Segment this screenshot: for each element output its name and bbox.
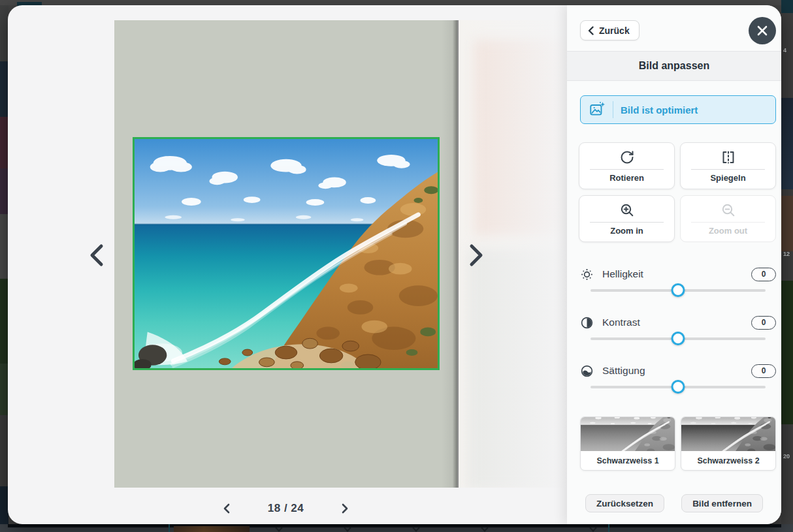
mirror-button[interactable]: Spiegeln xyxy=(680,142,776,189)
chevron-left-icon xyxy=(588,26,594,35)
filter-schwarzweiss-2[interactable]: Schwarzweiss 2 xyxy=(681,416,776,471)
filter-thumbnail xyxy=(581,417,675,451)
filter-previews: Schwarzweiss 1 S xyxy=(580,416,776,471)
panel-title: Bild anpassen xyxy=(567,51,781,81)
brightness-slider-thumb[interactable] xyxy=(672,283,685,297)
contrast-slider[interactable] xyxy=(591,337,766,340)
brightness-value: 0 xyxy=(751,268,776,281)
underlying-top-bar xyxy=(0,0,793,5)
remove-image-button[interactable]: Bild entfernen xyxy=(681,494,763,512)
modal-bottom-shadow xyxy=(8,524,781,527)
rotate-icon xyxy=(619,149,635,165)
saturation-value: 0 xyxy=(751,364,776,378)
saturation-icon xyxy=(580,364,594,378)
divider xyxy=(691,222,765,223)
chevron-left-icon xyxy=(86,243,107,268)
faded-photo-bottom xyxy=(468,249,570,488)
contrast-label: Kontrast xyxy=(602,317,640,328)
image-optimized-icon xyxy=(589,101,606,118)
saturation-slider-thumb[interactable] xyxy=(672,380,685,394)
zoom-out-icon xyxy=(720,202,736,218)
underlying-page-number: 12 xyxy=(783,251,790,257)
brightness-icon xyxy=(580,268,594,281)
filter-label: Schwarzweiss 2 xyxy=(681,451,775,470)
page-navigation: 18 / 24 xyxy=(114,493,457,524)
underlying-page-number: 20 xyxy=(783,453,790,460)
contrast-slider-thumb[interactable] xyxy=(672,332,685,345)
mirror-icon xyxy=(720,149,736,165)
filter-thumbnail xyxy=(681,417,775,451)
contrast-icon xyxy=(580,316,594,330)
divider xyxy=(590,222,664,223)
zoom-in-icon xyxy=(619,202,635,218)
saturation-label: Sättigung xyxy=(602,365,645,377)
back-button[interactable]: Zurück xyxy=(580,20,639,40)
previous-page-button[interactable] xyxy=(222,503,231,514)
brightness-label: Helligkeit xyxy=(602,268,643,280)
tool-label: Spiegeln xyxy=(710,173,745,183)
divider xyxy=(691,169,765,170)
close-icon xyxy=(756,25,768,37)
saturation-row: Sättigung 0 xyxy=(580,363,776,379)
zoom-out-button[interactable]: Zoom out xyxy=(680,195,776,242)
chevron-right-icon xyxy=(466,243,487,268)
next-spread-button[interactable] xyxy=(466,243,487,268)
tool-buttons: Rotieren Spiegeln Zoom in xyxy=(579,142,776,242)
zoom-in-button[interactable]: Zoom in xyxy=(579,195,675,242)
saturation-slider[interactable] xyxy=(591,386,766,388)
underlying-page-list: 4 12 20 xyxy=(781,0,793,532)
page-indicator: 18 / 24 xyxy=(268,502,304,515)
underlying-toolbar-separator xyxy=(169,524,170,532)
divider xyxy=(590,169,664,170)
banner-label: Bild ist optimiert xyxy=(621,104,698,116)
panel-footer: Zurücksetzen Bild entfernen xyxy=(567,488,781,519)
rotate-button[interactable]: Rotieren xyxy=(579,142,675,189)
image-edit-modal: 18 / 24 Zurück Bild anpassen Bild i xyxy=(8,5,781,524)
reset-button[interactable]: Zurücksetzen xyxy=(585,494,664,512)
banner-divider xyxy=(613,101,613,118)
contrast-row: Kontrast 0 xyxy=(580,315,776,330)
underlying-toolbar-separator xyxy=(608,524,609,532)
underlying-page-number: 4 xyxy=(783,47,786,54)
close-button[interactable] xyxy=(749,17,776,44)
brightness-slider[interactable] xyxy=(591,289,766,292)
tool-label: Zoom in xyxy=(610,226,643,236)
next-page-button[interactable] xyxy=(340,503,349,514)
selected-photo[interactable] xyxy=(133,137,440,370)
contrast-value: 0 xyxy=(751,316,776,330)
underlying-photo-fragment xyxy=(174,526,250,532)
tool-label: Zoom out xyxy=(709,226,747,236)
faded-photo-top xyxy=(474,40,570,236)
brightness-row: Helligkeit 0 xyxy=(580,266,776,282)
image-adjust-panel: Zurück Bild anpassen Bild ist optimiert xyxy=(567,5,781,524)
filter-label: Schwarzweiss 1 xyxy=(581,451,675,470)
previous-spread-button[interactable] xyxy=(86,243,107,268)
filter-schwarzweiss-1[interactable]: Schwarzweiss 1 xyxy=(580,416,675,471)
image-optimized-banner[interactable]: Bild ist optimiert xyxy=(580,95,776,124)
tool-label: Rotieren xyxy=(609,173,644,183)
back-button-label: Zurück xyxy=(599,25,630,36)
